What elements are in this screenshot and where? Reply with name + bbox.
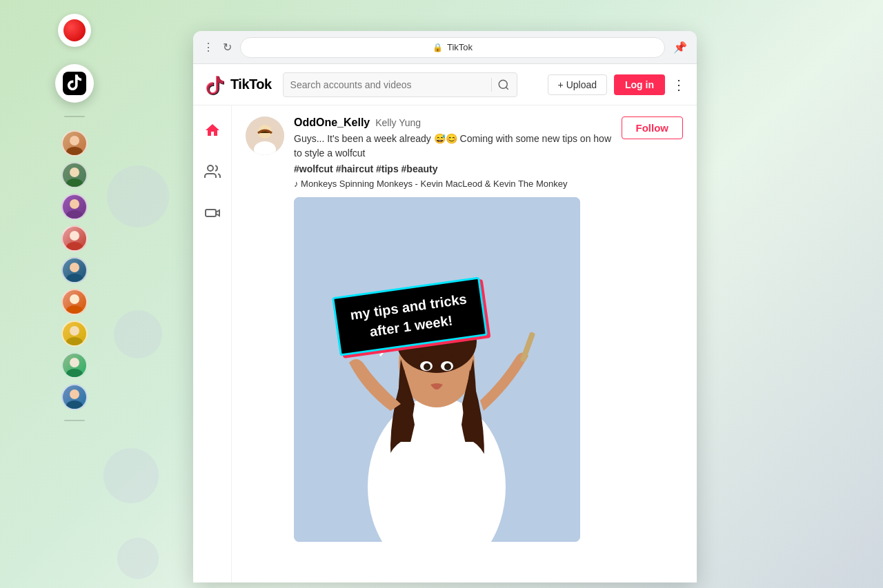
- tiktok-main: OddOne_Kelly Kelly Yung Guys... It's bee…: [193, 105, 697, 582]
- browser-menu-icon[interactable]: ⋮: [203, 41, 215, 54]
- browser-url-bar: 🔒 TikTok: [240, 37, 665, 58]
- post-user-line: OddOne_Kelly Kelly Yung: [294, 116, 612, 129]
- svg-point-14: [70, 358, 79, 367]
- sidebar-avatar-8[interactable]: [61, 352, 88, 378]
- svg-point-18: [499, 80, 507, 88]
- sidebar-divider-2: [64, 420, 85, 421]
- browser-refresh-icon[interactable]: ↻: [223, 41, 232, 54]
- post-avatar[interactable]: [246, 116, 284, 155]
- nav-home[interactable]: [199, 116, 226, 144]
- svg-point-2: [70, 168, 79, 177]
- tiktok-header: TikTok + Upload Log in ⋮: [193, 64, 697, 105]
- lock-icon: 🔒: [433, 43, 443, 52]
- sidebar-avatar-1[interactable]: [61, 130, 88, 156]
- sidebar-avatar-2[interactable]: [61, 162, 88, 188]
- svg-line-19: [506, 87, 508, 89]
- svg-point-20: [208, 165, 213, 171]
- svg-point-7: [66, 242, 83, 250]
- sidebar-avatar-3[interactable]: [61, 194, 88, 220]
- sidebar-divider-1: [64, 116, 85, 117]
- svg-point-3: [66, 179, 83, 187]
- svg-point-9: [66, 274, 83, 282]
- tiktok-left-nav: [193, 105, 232, 582]
- header-actions: + Upload Log in ⋮: [548, 74, 686, 95]
- svg-point-12: [70, 326, 79, 336]
- svg-point-1: [66, 147, 83, 155]
- opera-browser-icon[interactable]: [58, 14, 91, 47]
- tiktok-logo[interactable]: TikTok: [204, 74, 272, 96]
- svg-point-0: [70, 136, 79, 145]
- header-more-button[interactable]: ⋮: [672, 77, 686, 93]
- post-description: Guys... It's been a week already 😅😊 Comi…: [294, 132, 612, 161]
- svg-point-15: [66, 369, 83, 377]
- post-card: OddOne_Kelly Kelly Yung Guys... It's bee…: [246, 116, 683, 542]
- browser-window: ⋮ ↻ 🔒 TikTok 📌 TikTok: [193, 31, 697, 582]
- svg-point-16: [70, 389, 79, 399]
- post-hashtags: #wolfcut #haircut #tips #beauty: [294, 163, 612, 174]
- search-bar[interactable]: [283, 72, 517, 97]
- post-meta: OddOne_Kelly Kelly Yung Guys... It's bee…: [294, 116, 612, 189]
- svg-point-10: [70, 294, 79, 304]
- search-button[interactable]: [497, 79, 510, 91]
- post-display-name: Kelly Yung: [375, 117, 421, 128]
- login-button[interactable]: Log in: [614, 74, 665, 95]
- svg-point-32: [424, 363, 430, 370]
- svg-point-33: [444, 363, 451, 370]
- post-header: OddOne_Kelly Kelly Yung Guys... It's bee…: [246, 116, 683, 189]
- browser-chrome: ⋮ ↻ 🔒 TikTok 📌: [193, 31, 697, 64]
- sidebar-avatar-6[interactable]: [61, 289, 88, 315]
- svg-point-11: [66, 305, 83, 314]
- svg-point-17: [66, 401, 83, 409]
- tiktok-wordmark: TikTok: [230, 77, 272, 92]
- tiktok-logo-icon: [204, 74, 226, 96]
- sidebar-avatar-9[interactable]: [61, 384, 88, 410]
- nav-friends[interactable]: [199, 158, 226, 185]
- pin-icon[interactable]: 📌: [673, 41, 687, 54]
- sidebar-avatars: [61, 130, 88, 410]
- video-thumbnail[interactable]: my tips and tricks after 1 week!: [294, 197, 580, 542]
- sidebar-avatar-5[interactable]: [61, 257, 88, 283]
- svg-point-8: [70, 263, 79, 272]
- tiktok-feed[interactable]: OddOne_Kelly Kelly Yung Guys... It's bee…: [232, 105, 697, 582]
- upload-button[interactable]: + Upload: [548, 74, 607, 95]
- follow-button[interactable]: Follow: [622, 116, 684, 139]
- opera-sidebar: [0, 0, 148, 588]
- svg-point-5: [66, 210, 83, 219]
- tiktok-app: TikTok + Upload Log in ⋮: [193, 64, 697, 582]
- sidebar-avatar-7[interactable]: [61, 321, 88, 347]
- svg-point-6: [70, 231, 79, 241]
- browser-url-text: TikTok: [447, 42, 473, 52]
- svg-rect-21: [206, 210, 216, 216]
- svg-point-4: [70, 199, 79, 209]
- post-username: OddOne_Kelly: [294, 116, 370, 129]
- tiktok-dock-icon[interactable]: [55, 64, 94, 103]
- post-music: ♪ Monkeys Spinning Monkeys - Kevin MacLe…: [294, 179, 612, 189]
- nav-video[interactable]: [199, 199, 226, 227]
- sidebar-avatar-4[interactable]: [61, 225, 88, 252]
- search-input[interactable]: [290, 79, 486, 90]
- svg-point-13: [66, 337, 83, 345]
